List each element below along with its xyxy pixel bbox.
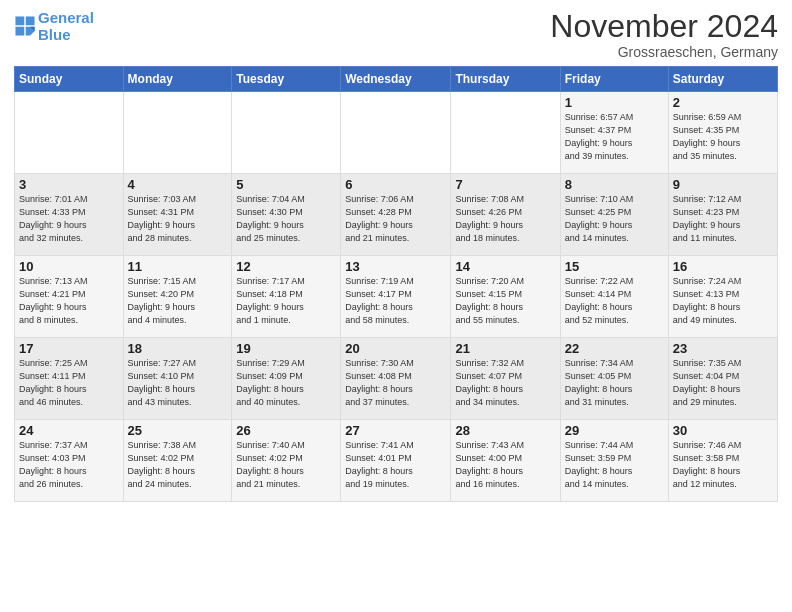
week-row-2: 10Sunrise: 7:13 AM Sunset: 4:21 PM Dayli… — [15, 256, 778, 338]
day-info: Sunrise: 7:03 AM Sunset: 4:31 PM Dayligh… — [128, 193, 228, 245]
day-info: Sunrise: 6:57 AM Sunset: 4:37 PM Dayligh… — [565, 111, 664, 163]
day-info: Sunrise: 7:38 AM Sunset: 4:02 PM Dayligh… — [128, 439, 228, 491]
day-number: 24 — [19, 423, 119, 438]
day-cell: 26Sunrise: 7:40 AM Sunset: 4:02 PM Dayli… — [232, 420, 341, 502]
day-number: 15 — [565, 259, 664, 274]
day-info: Sunrise: 7:13 AM Sunset: 4:21 PM Dayligh… — [19, 275, 119, 327]
day-info: Sunrise: 7:08 AM Sunset: 4:26 PM Dayligh… — [455, 193, 555, 245]
day-info: Sunrise: 7:25 AM Sunset: 4:11 PM Dayligh… — [19, 357, 119, 409]
day-cell: 3Sunrise: 7:01 AM Sunset: 4:33 PM Daylig… — [15, 174, 124, 256]
day-number: 19 — [236, 341, 336, 356]
day-info: Sunrise: 7:35 AM Sunset: 4:04 PM Dayligh… — [673, 357, 773, 409]
day-cell: 5Sunrise: 7:04 AM Sunset: 4:30 PM Daylig… — [232, 174, 341, 256]
day-cell: 10Sunrise: 7:13 AM Sunset: 4:21 PM Dayli… — [15, 256, 124, 338]
day-cell: 12Sunrise: 7:17 AM Sunset: 4:18 PM Dayli… — [232, 256, 341, 338]
day-info: Sunrise: 7:12 AM Sunset: 4:23 PM Dayligh… — [673, 193, 773, 245]
day-info: Sunrise: 7:32 AM Sunset: 4:07 PM Dayligh… — [455, 357, 555, 409]
day-cell: 24Sunrise: 7:37 AM Sunset: 4:03 PM Dayli… — [15, 420, 124, 502]
header-monday: Monday — [123, 67, 232, 92]
day-number: 14 — [455, 259, 555, 274]
day-cell: 4Sunrise: 7:03 AM Sunset: 4:31 PM Daylig… — [123, 174, 232, 256]
day-cell: 20Sunrise: 7:30 AM Sunset: 4:08 PM Dayli… — [341, 338, 451, 420]
day-info: Sunrise: 7:19 AM Sunset: 4:17 PM Dayligh… — [345, 275, 446, 327]
day-info: Sunrise: 7:01 AM Sunset: 4:33 PM Dayligh… — [19, 193, 119, 245]
day-cell — [232, 92, 341, 174]
day-cell: 30Sunrise: 7:46 AM Sunset: 3:58 PM Dayli… — [668, 420, 777, 502]
calendar-header: SundayMondayTuesdayWednesdayThursdayFrid… — [15, 67, 778, 92]
day-number: 22 — [565, 341, 664, 356]
day-info: Sunrise: 7:29 AM Sunset: 4:09 PM Dayligh… — [236, 357, 336, 409]
day-cell: 2Sunrise: 6:59 AM Sunset: 4:35 PM Daylig… — [668, 92, 777, 174]
day-info: Sunrise: 7:24 AM Sunset: 4:13 PM Dayligh… — [673, 275, 773, 327]
header-tuesday: Tuesday — [232, 67, 341, 92]
day-info: Sunrise: 6:59 AM Sunset: 4:35 PM Dayligh… — [673, 111, 773, 163]
day-number: 12 — [236, 259, 336, 274]
day-cell: 6Sunrise: 7:06 AM Sunset: 4:28 PM Daylig… — [341, 174, 451, 256]
header-friday: Friday — [560, 67, 668, 92]
day-info: Sunrise: 7:41 AM Sunset: 4:01 PM Dayligh… — [345, 439, 446, 491]
day-number: 28 — [455, 423, 555, 438]
day-cell — [123, 92, 232, 174]
svg-rect-2 — [15, 26, 24, 35]
day-number: 8 — [565, 177, 664, 192]
day-cell: 28Sunrise: 7:43 AM Sunset: 4:00 PM Dayli… — [451, 420, 560, 502]
header-sunday: Sunday — [15, 67, 124, 92]
week-row-4: 24Sunrise: 7:37 AM Sunset: 4:03 PM Dayli… — [15, 420, 778, 502]
day-cell: 27Sunrise: 7:41 AM Sunset: 4:01 PM Dayli… — [341, 420, 451, 502]
svg-rect-0 — [15, 16, 24, 25]
day-number: 25 — [128, 423, 228, 438]
day-cell: 25Sunrise: 7:38 AM Sunset: 4:02 PM Dayli… — [123, 420, 232, 502]
day-number: 17 — [19, 341, 119, 356]
day-info: Sunrise: 7:20 AM Sunset: 4:15 PM Dayligh… — [455, 275, 555, 327]
day-info: Sunrise: 7:30 AM Sunset: 4:08 PM Dayligh… — [345, 357, 446, 409]
day-info: Sunrise: 7:22 AM Sunset: 4:14 PM Dayligh… — [565, 275, 664, 327]
day-info: Sunrise: 7:40 AM Sunset: 4:02 PM Dayligh… — [236, 439, 336, 491]
day-info: Sunrise: 7:17 AM Sunset: 4:18 PM Dayligh… — [236, 275, 336, 327]
header-saturday: Saturday — [668, 67, 777, 92]
day-cell: 9Sunrise: 7:12 AM Sunset: 4:23 PM Daylig… — [668, 174, 777, 256]
day-cell: 14Sunrise: 7:20 AM Sunset: 4:15 PM Dayli… — [451, 256, 560, 338]
day-number: 29 — [565, 423, 664, 438]
day-number: 27 — [345, 423, 446, 438]
day-number: 30 — [673, 423, 773, 438]
logo-line2: Blue — [38, 27, 94, 44]
day-info: Sunrise: 7:44 AM Sunset: 3:59 PM Dayligh… — [565, 439, 664, 491]
day-cell: 7Sunrise: 7:08 AM Sunset: 4:26 PM Daylig… — [451, 174, 560, 256]
day-number: 4 — [128, 177, 228, 192]
day-info: Sunrise: 7:46 AM Sunset: 3:58 PM Dayligh… — [673, 439, 773, 491]
day-number: 2 — [673, 95, 773, 110]
day-info: Sunrise: 7:37 AM Sunset: 4:03 PM Dayligh… — [19, 439, 119, 491]
day-number: 23 — [673, 341, 773, 356]
day-number: 1 — [565, 95, 664, 110]
day-info: Sunrise: 7:04 AM Sunset: 4:30 PM Dayligh… — [236, 193, 336, 245]
day-info: Sunrise: 7:43 AM Sunset: 4:00 PM Dayligh… — [455, 439, 555, 491]
day-number: 9 — [673, 177, 773, 192]
day-number: 11 — [128, 259, 228, 274]
day-number: 7 — [455, 177, 555, 192]
day-number: 5 — [236, 177, 336, 192]
day-cell: 1Sunrise: 6:57 AM Sunset: 4:37 PM Daylig… — [560, 92, 668, 174]
day-info: Sunrise: 7:06 AM Sunset: 4:28 PM Dayligh… — [345, 193, 446, 245]
day-number: 20 — [345, 341, 446, 356]
day-info: Sunrise: 7:10 AM Sunset: 4:25 PM Dayligh… — [565, 193, 664, 245]
day-number: 16 — [673, 259, 773, 274]
day-number: 3 — [19, 177, 119, 192]
day-number: 26 — [236, 423, 336, 438]
day-info: Sunrise: 7:27 AM Sunset: 4:10 PM Dayligh… — [128, 357, 228, 409]
day-number: 18 — [128, 341, 228, 356]
day-info: Sunrise: 7:15 AM Sunset: 4:20 PM Dayligh… — [128, 275, 228, 327]
day-cell — [451, 92, 560, 174]
day-cell: 21Sunrise: 7:32 AM Sunset: 4:07 PM Dayli… — [451, 338, 560, 420]
day-cell: 22Sunrise: 7:34 AM Sunset: 4:05 PM Dayli… — [560, 338, 668, 420]
day-info: Sunrise: 7:34 AM Sunset: 4:05 PM Dayligh… — [565, 357, 664, 409]
day-cell: 8Sunrise: 7:10 AM Sunset: 4:25 PM Daylig… — [560, 174, 668, 256]
week-row-1: 3Sunrise: 7:01 AM Sunset: 4:33 PM Daylig… — [15, 174, 778, 256]
day-cell — [15, 92, 124, 174]
day-number: 21 — [455, 341, 555, 356]
header-thursday: Thursday — [451, 67, 560, 92]
svg-rect-1 — [26, 16, 35, 25]
day-cell: 29Sunrise: 7:44 AM Sunset: 3:59 PM Dayli… — [560, 420, 668, 502]
logo: General Blue — [14, 10, 94, 43]
day-cell: 11Sunrise: 7:15 AM Sunset: 4:20 PM Dayli… — [123, 256, 232, 338]
day-cell: 17Sunrise: 7:25 AM Sunset: 4:11 PM Dayli… — [15, 338, 124, 420]
